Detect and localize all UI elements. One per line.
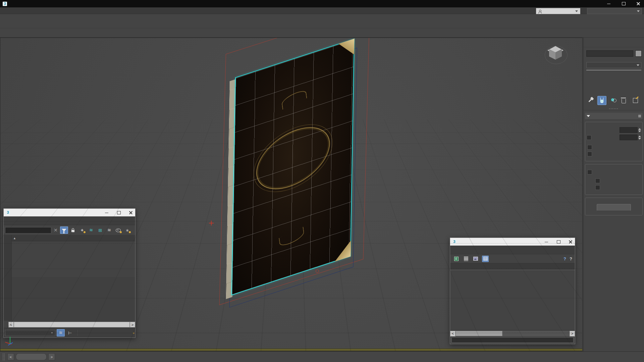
object-name-field[interactable] xyxy=(586,50,633,57)
close-icon[interactable] xyxy=(636,1,641,6)
surface-parameters-group xyxy=(585,164,643,195)
modifier-stack-toolbar xyxy=(586,95,642,105)
scroll-left-icon[interactable]: < xyxy=(450,331,455,337)
turbosmooth-rollout xyxy=(585,113,643,215)
minimize-icon[interactable] xyxy=(606,1,611,6)
scrollbar-thumb[interactable] xyxy=(455,331,502,336)
list-view-icon[interactable] xyxy=(463,256,469,262)
modifier-stack xyxy=(586,70,641,70)
asset-status-box xyxy=(451,337,574,343)
iterations-field[interactable] xyxy=(620,127,638,133)
main-group xyxy=(585,122,643,161)
scene-explorer-window: 3 ✕ + ≋ ⊞ ≋ ∗ ▲ xyxy=(3,208,136,338)
divider xyxy=(607,97,608,104)
display-filter-strip xyxy=(4,235,12,321)
scene-explorer-footer: ≋ ⊢ » xyxy=(4,328,135,338)
remove-modifier-icon[interactable] xyxy=(619,96,628,105)
smooth-result-checkbox[interactable] xyxy=(587,170,592,174)
scrollbar-thumb[interactable] xyxy=(14,322,130,327)
update-button[interactable] xyxy=(597,204,631,211)
create-new-layer-icon[interactable]: + xyxy=(78,226,86,234)
track-bar[interactable] xyxy=(0,349,582,351)
command-panel: •••••• xyxy=(583,38,644,351)
bone-ring-icon[interactable] xyxy=(316,269,319,273)
app-logo-icon: 3 xyxy=(3,2,7,6)
previous-frame-icon[interactable]: < xyxy=(7,353,14,360)
panel-splitter[interactable]: •••••• xyxy=(584,107,644,110)
divider xyxy=(629,97,630,104)
viewport-statistics xyxy=(3,46,24,50)
next-frame-icon[interactable]: > xyxy=(48,353,55,360)
layer-list xyxy=(12,241,135,277)
app-logo-icon: 3 xyxy=(452,240,457,244)
scroll-right-icon[interactable]: > xyxy=(130,322,135,327)
chevron-down-icon xyxy=(51,332,53,333)
horizontal-scrollbar[interactable]: < > xyxy=(8,321,135,328)
scene-explorer-column-header[interactable]: ▲ xyxy=(12,235,135,241)
search-input[interactable] xyxy=(5,227,51,234)
rollout-header[interactable] xyxy=(585,113,643,119)
scene-explorer-titlebar[interactable]: 3 xyxy=(4,209,135,216)
app-logo-icon: 3 xyxy=(6,210,10,215)
scrollbar-track[interactable] xyxy=(502,331,570,336)
view-cube[interactable] xyxy=(545,43,568,66)
filter-icon[interactable] xyxy=(60,226,68,234)
rollout-grip-icon xyxy=(638,115,641,117)
frame-counter[interactable] xyxy=(16,353,47,360)
toolbar-handle[interactable] xyxy=(2,353,5,361)
book-cover-model[interactable] xyxy=(231,39,355,296)
export-table-icon[interactable] xyxy=(453,256,460,262)
help-icon[interactable]: ? xyxy=(570,256,572,261)
minimize-icon[interactable] xyxy=(544,240,549,244)
hide-toggle-icon[interactable] xyxy=(114,226,122,234)
close-icon[interactable] xyxy=(128,210,133,215)
configure-modifier-sets-icon[interactable] xyxy=(631,96,640,105)
maximize-icon[interactable] xyxy=(556,240,561,244)
iterations-spinner[interactable] xyxy=(638,128,641,132)
maximize-icon[interactable] xyxy=(116,210,121,215)
make-unique-icon[interactable] xyxy=(609,96,618,105)
pin-stack-icon[interactable] xyxy=(586,96,595,105)
explicit-normals-checkbox[interactable] xyxy=(587,152,592,156)
isoline-display-checkbox[interactable] xyxy=(587,145,592,150)
y-axis xyxy=(10,337,10,344)
modifier-list-dropdown[interactable] xyxy=(586,62,641,68)
collapse-icon xyxy=(587,115,590,117)
lock-layers-icon[interactable] xyxy=(69,226,77,234)
freeze-toggle-icon[interactable]: ∗ xyxy=(123,226,131,234)
smoothing-groups-checkbox[interactable] xyxy=(595,185,600,190)
chevron-down-icon xyxy=(637,64,639,66)
render-iters-spinner[interactable] xyxy=(638,136,641,140)
asset-tracking-toolbar: ? ? xyxy=(450,254,575,263)
workspace-dropdown[interactable] xyxy=(587,8,642,14)
show-end-result-icon[interactable] xyxy=(597,96,606,105)
close-icon[interactable] xyxy=(568,240,573,244)
layers-icon[interactable]: ≋ xyxy=(105,226,113,234)
asset-table-header[interactable] xyxy=(450,263,575,270)
scroll-right-icon[interactable]: > xyxy=(570,331,575,337)
menu-bar xyxy=(0,7,644,14)
sign-in-button[interactable] xyxy=(536,8,580,14)
clear-search-icon[interactable]: ✕ xyxy=(52,227,59,233)
asset-tracking-titlebar[interactable]: 3 xyxy=(450,238,575,246)
world-axis-gizmo xyxy=(5,334,16,346)
bone-marker-icon[interactable] xyxy=(209,221,214,225)
overflow-chevron-icon[interactable]: » xyxy=(132,331,134,335)
maximize-icon[interactable] xyxy=(621,1,626,6)
render-iters-checkbox[interactable] xyxy=(587,135,591,140)
object-color-swatch[interactable] xyxy=(635,50,642,57)
thumbnail-view-icon[interactable] xyxy=(472,256,479,262)
render-iters-field[interactable] xyxy=(620,135,638,140)
minimize-icon[interactable] xyxy=(104,210,109,215)
table-view-icon[interactable] xyxy=(482,256,489,262)
scroll-left-icon[interactable]: < xyxy=(8,322,14,327)
nested-layers-icon[interactable]: ⊞ xyxy=(96,226,104,234)
add-to-layer-icon[interactable]: ≋ xyxy=(87,226,95,234)
layers-view-icon[interactable]: ≋ xyxy=(57,329,65,337)
3ds-max-window: 3 xyxy=(0,0,644,362)
hierarchy-view-icon[interactable]: ⊢ xyxy=(66,329,74,337)
person-icon xyxy=(538,10,541,13)
materials-checkbox[interactable] xyxy=(595,178,600,183)
context-help-icon[interactable]: ? xyxy=(564,256,566,261)
horizontal-scrollbar[interactable]: < > xyxy=(450,330,575,337)
